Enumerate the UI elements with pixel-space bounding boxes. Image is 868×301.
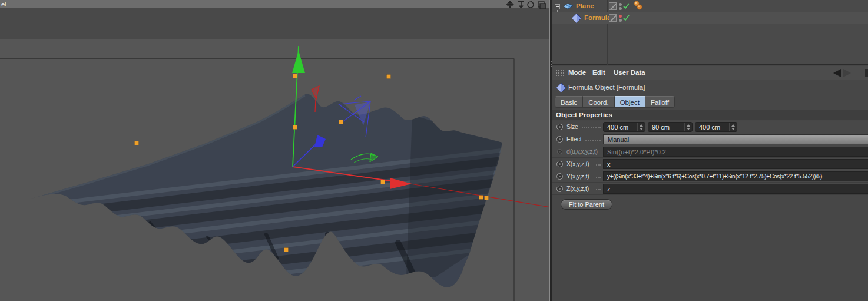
prop-label: Size [566, 123, 578, 130]
size-y-field[interactable]: 90 cm [648, 122, 693, 132]
d-formula-field: Sin((u+t)*2.0*PI)*0.2 [603, 147, 868, 157]
tab-object[interactable]: Object [615, 96, 645, 108]
right-panel: Plane Formul [552, 0, 868, 301]
dotted-leader [596, 189, 601, 190]
formula-object-icon [571, 13, 582, 24]
handle[interactable] [135, 141, 139, 145]
app-window: el [0, 0, 868, 301]
handle[interactable] [293, 125, 297, 130]
layer-tag-icon[interactable] [609, 14, 617, 22]
handle[interactable] [479, 196, 483, 200]
keyframe-circle-icon[interactable] [556, 186, 563, 192]
section-header: Object Properties [552, 110, 868, 120]
tab-coord[interactable]: Coord. [583, 96, 615, 108]
layer-tag-icon[interactable] [609, 2, 617, 10]
y-formula-field[interactable]: y+((Sin(x*33+t*4)+Sin(x*6-t*6)+Cos(x*0.7… [603, 171, 868, 181]
history-forward-icon[interactable] [843, 69, 851, 77]
fit-to-parent-button[interactable]: Fit to Parent [561, 199, 612, 210]
phong-tag-icon[interactable] [634, 1, 643, 11]
editor-visibility-dot[interactable] [619, 3, 622, 6]
render-visibility-dot[interactable] [619, 7, 622, 10]
row-z-formula: Z(x,y,z,t) z [552, 183, 868, 195]
clipped-icon [865, 69, 868, 77]
object-name[interactable]: Plane [576, 2, 594, 9]
keyframe-circle-icon[interactable] [556, 136, 563, 143]
menu-user-data[interactable]: User Data [614, 69, 645, 76]
prop-label: X(x,y,z,t) [566, 160, 589, 167]
panel-grip-icon[interactable] [555, 70, 564, 77]
dotted-leader [596, 177, 601, 178]
dotted-leader [585, 140, 601, 141]
dotted-leader [596, 164, 601, 166]
stepper-icon[interactable] [684, 123, 692, 131]
viewport-menubar [0, 0, 549, 8]
handle[interactable] [381, 180, 385, 184]
splitter-grip [551, 61, 552, 62]
attribute-manager-menubar: Mode Edit User Data [552, 66, 868, 80]
handle[interactable] [293, 74, 297, 78]
size-x-field[interactable]: 400 cm [603, 122, 645, 132]
object-title-row: Formula Object [Formula] [552, 81, 868, 95]
stepper-icon[interactable] [729, 123, 737, 131]
viewport-top-band [0, 8, 549, 39]
object-title: Formula Object [Formula] [568, 84, 645, 91]
enabled-check-icon[interactable] [623, 15, 630, 22]
render-visibility-dot[interactable] [619, 19, 622, 22]
menu-edit[interactable]: Edit [592, 69, 605, 76]
formula-object-icon [556, 82, 566, 93]
dotted-leader [582, 127, 601, 128]
viewport-3d[interactable]: el [0, 0, 549, 301]
tab-basic[interactable]: Basic [555, 96, 583, 108]
handle[interactable] [339, 120, 343, 124]
menu-mode[interactable]: Mode [568, 69, 586, 76]
section-title: Object Properties [556, 111, 612, 118]
fit-to-parent-row: Fit to Parent [552, 199, 868, 214]
handle[interactable] [485, 196, 489, 200]
stepper-icon[interactable] [637, 123, 645, 131]
om-row-plane[interactable]: Plane [552, 1, 868, 12]
prop-label: Effect [566, 135, 581, 143]
keyframe-circle-icon[interactable] [556, 124, 563, 130]
editor-visibility-dot[interactable] [619, 15, 622, 18]
object-manager: Plane Formul [552, 0, 868, 65]
plane-object-icon [563, 2, 574, 11]
enabled-check-icon[interactable] [623, 3, 630, 10]
attribute-tabs: Basic Coord. Object Falloff [555, 96, 675, 108]
prop-label: Z(x,y,z,t) [566, 185, 589, 192]
effect-dropdown[interactable]: Manual [603, 134, 868, 144]
object-properties: Size 400 cm 90 cm 400 cm Effect [552, 121, 868, 195]
viewport-canvas[interactable]: el [0, 0, 549, 301]
z-formula-field[interactable]: z [603, 184, 868, 194]
splitter-grip [551, 66, 552, 67]
keyframe-circle-icon[interactable] [556, 173, 563, 180]
om-row-formula[interactable]: Formula [552, 12, 868, 24]
keyframe-circle-icon[interactable] [556, 161, 563, 167]
row-d-formula: d(u,v,x,y,z,t) Sin((u+t)*2.0*PI)*0.2 [552, 145, 868, 158]
history-back-icon[interactable] [833, 69, 841, 77]
handle[interactable] [387, 75, 391, 79]
row-size: Size 400 cm 90 cm 400 cm [552, 121, 868, 133]
row-x-formula: X(x,y,z,t) x [552, 158, 868, 170]
row-y-formula: Y(x,y,z,t) y+((Sin(x*33+t*4)+Sin(x*6-t*6… [552, 170, 868, 183]
keyframe-circle-icon [557, 149, 562, 154]
prop-label: d(u,v,x,y,z,t) [566, 148, 598, 155]
viewport-menu-text-fragment: el [1, 1, 6, 8]
tab-falloff[interactable]: Falloff [645, 96, 675, 108]
prop-label: Y(x,y,z,t) [566, 173, 589, 180]
size-z-field[interactable]: 400 cm [695, 122, 737, 132]
handle[interactable] [284, 248, 289, 252]
row-effect: Effect Manual [552, 133, 868, 145]
object-name[interactable]: Formula [584, 14, 611, 21]
x-formula-field[interactable]: x [603, 159, 868, 169]
splitter-grip [551, 64, 552, 65]
